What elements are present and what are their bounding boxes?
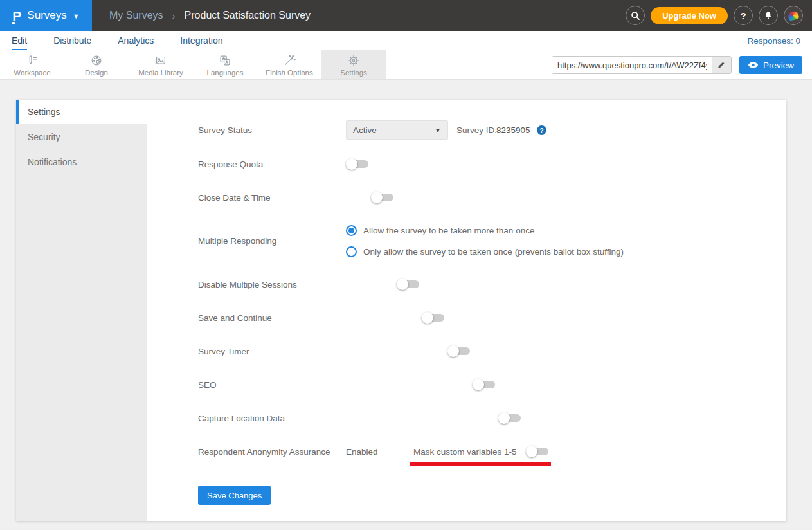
sidebar-item-settings[interactable]: Settings	[16, 100, 147, 124]
sidebar-item-security[interactable]: Security	[16, 124, 147, 149]
close-date-toggle[interactable]	[371, 192, 393, 203]
tab-edit[interactable]: Edit	[12, 31, 27, 50]
capture-location-toggle[interactable]	[498, 412, 521, 424]
close-date-label: Close Date & Time	[198, 193, 271, 203]
seo-label: SEO	[198, 380, 217, 390]
tab-workspace[interactable]: Workspace	[0, 50, 64, 79]
notifications-button[interactable]	[759, 6, 778, 25]
user-avatar[interactable]	[784, 6, 803, 25]
tab-label: Finish Options	[266, 69, 313, 77]
tab-design[interactable]: Design	[64, 50, 129, 79]
radio-option-allow-multiple[interactable]: Allow the survey to be taken more than o…	[346, 225, 534, 236]
toggle-knob	[447, 345, 459, 357]
survey-status-select[interactable]: Active ▼	[346, 120, 448, 140]
anonymity-label: Respondent Anonymity Assurance	[198, 447, 330, 457]
top-header: P Surveys ▼ My Surveys › Product Satisfa…	[0, 0, 812, 31]
chevron-down-icon: ▼	[73, 12, 80, 20]
product-name: Surveys	[27, 9, 66, 22]
radio-selected-icon	[346, 225, 357, 236]
survey-id-value: 8235905	[496, 125, 530, 135]
breadcrumb: My Surveys › Product Satisfaction Survey	[109, 10, 311, 21]
settings-gear-icon	[347, 53, 361, 68]
tab-label: Languages	[207, 69, 244, 77]
divider	[198, 477, 648, 477]
radio-unselected-icon	[346, 246, 357, 257]
search-button[interactable]	[626, 6, 645, 25]
brand-menu[interactable]: P Surveys ▼	[0, 0, 92, 31]
radio-option-label: Only allow the survey to be taken once (…	[363, 247, 624, 257]
toggle-knob	[371, 192, 383, 203]
help-button[interactable]: ?	[734, 6, 753, 25]
survey-id-label: Survey ID:	[456, 125, 497, 135]
highlight-underline	[410, 462, 551, 466]
survey-nav: Edit Distribute Analytics Integration Re…	[0, 31, 812, 50]
upgrade-now-button[interactable]: Upgrade Now	[651, 7, 728, 24]
save-continue-toggle[interactable]	[422, 312, 444, 324]
preview-label: Preview	[763, 60, 794, 70]
survey-link-zone: Preview	[552, 50, 802, 80]
tab-label: Design	[85, 69, 108, 77]
toggle-knob	[397, 279, 408, 290]
mask-variables-label: Mask custom variables 1-5	[413, 447, 517, 457]
questionpro-logo-icon: P	[12, 9, 21, 23]
capture-location-label: Capture Location Data	[198, 414, 285, 423]
media-library-icon	[154, 53, 168, 68]
eye-icon	[748, 61, 759, 69]
sidebar-item-notifications[interactable]: Notifications	[16, 149, 147, 174]
pencil-icon	[717, 60, 726, 69]
chevron-down-icon: ▼	[435, 127, 441, 134]
divider	[649, 488, 759, 488]
question-mark-icon: ?	[740, 10, 746, 21]
sidebar-item-label: Notifications	[28, 157, 77, 167]
anonymity-status: Enabled	[346, 447, 378, 457]
settings-sidebar: Settings Security Notifications	[16, 100, 147, 521]
survey-url-box	[552, 56, 732, 74]
tab-distribute[interactable]: Distribute	[53, 31, 91, 50]
survey-timer-toggle[interactable]	[447, 345, 470, 357]
bell-icon	[763, 10, 773, 21]
toggle-knob	[346, 158, 357, 170]
preview-button[interactable]: Preview	[739, 56, 802, 74]
breadcrumb-parent-link[interactable]: My Surveys	[109, 10, 163, 21]
sidebar-item-label: Security	[28, 132, 60, 142]
header-actions: Upgrade Now ?	[626, 6, 812, 25]
survey-status-label: Survey Status	[198, 125, 252, 135]
tab-integration[interactable]: Integration	[180, 31, 222, 50]
survey-timer-label: Survey Timer	[198, 347, 249, 356]
page-title: Product Satisfaction Survey	[185, 10, 311, 21]
search-icon	[630, 10, 641, 21]
languages-icon	[218, 53, 232, 68]
toggle-knob	[526, 446, 537, 457]
survey-id-help-icon[interactable]: ?	[537, 125, 546, 135]
tab-label: Workspace	[14, 69, 50, 77]
survey-url-input[interactable]	[552, 57, 712, 73]
question-mark-icon: ?	[539, 127, 543, 134]
workspace-icon	[25, 53, 39, 68]
breadcrumb-separator: ›	[172, 10, 176, 21]
toggle-knob	[422, 312, 433, 324]
finish-options-icon	[282, 53, 296, 68]
response-quota-label: Response Quota	[198, 160, 263, 169]
radio-option-label: Allow the survey to be taken more than o…	[363, 226, 534, 235]
responses-count: Responses: 0	[747, 36, 800, 46]
tab-finish-options[interactable]: Finish Options	[257, 50, 321, 79]
tab-label: Settings	[340, 69, 367, 77]
radio-option-only-once[interactable]: Only allow the survey to be taken once (…	[346, 246, 624, 257]
multiple-responding-label: Multiple Responding	[198, 236, 276, 246]
tab-languages[interactable]: Languages	[193, 50, 257, 79]
edit-url-button[interactable]	[712, 57, 731, 73]
tab-settings[interactable]: Settings	[321, 50, 386, 79]
tab-analytics[interactable]: Analytics	[118, 31, 154, 50]
seo-toggle[interactable]	[473, 379, 495, 390]
response-quota-toggle[interactable]	[346, 158, 368, 170]
save-changes-button[interactable]: Save Changes	[198, 486, 271, 505]
edit-toolbar: Workspace Design Media Library Languages…	[0, 50, 812, 80]
mask-variables-toggle[interactable]	[526, 446, 548, 457]
disable-sessions-toggle[interactable]	[397, 279, 419, 290]
save-continue-label: Save and Continue	[198, 313, 272, 323]
tab-media-library[interactable]: Media Library	[129, 50, 193, 79]
toggle-knob	[498, 412, 510, 424]
selected-status: Active	[353, 125, 435, 135]
tab-label: Media Library	[138, 69, 183, 77]
sidebar-background	[16, 124, 147, 521]
